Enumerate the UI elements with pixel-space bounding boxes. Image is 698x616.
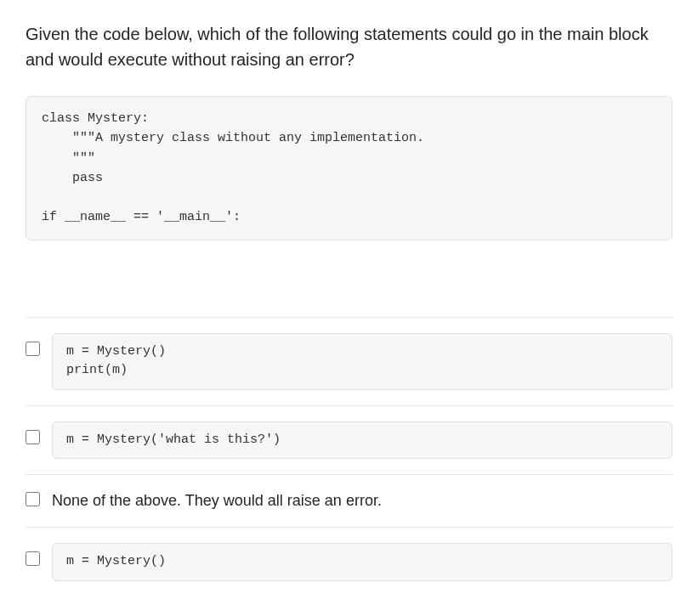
question-code-block: class Mystery: """A mystery class withou… [26,96,672,240]
option-code-1: m = Mystery() print(m) [52,333,672,390]
option-row-2: m = Mystery('what is this?') [26,406,672,476]
option-code-2: m = Mystery('what is this?') [52,421,672,460]
option-checkbox-4[interactable] [26,551,40,566]
option-row-4: m = Mystery() [26,528,672,581]
option-checkbox-1[interactable] [26,342,40,356]
option-row-3: None of the above. They would all raise … [26,475,672,528]
option-row-1: m = Mystery() print(m) [26,318,672,406]
option-checkbox-3[interactable] [26,492,40,506]
option-code-4: m = Mystery() [52,543,672,581]
options-container: m = Mystery() print(m) m = Mystery('what… [26,317,672,581]
option-text-3: None of the above. They would all raise … [52,490,672,511]
question-text: Given the code below, which of the follo… [26,21,672,72]
option-checkbox-2[interactable] [26,430,40,444]
